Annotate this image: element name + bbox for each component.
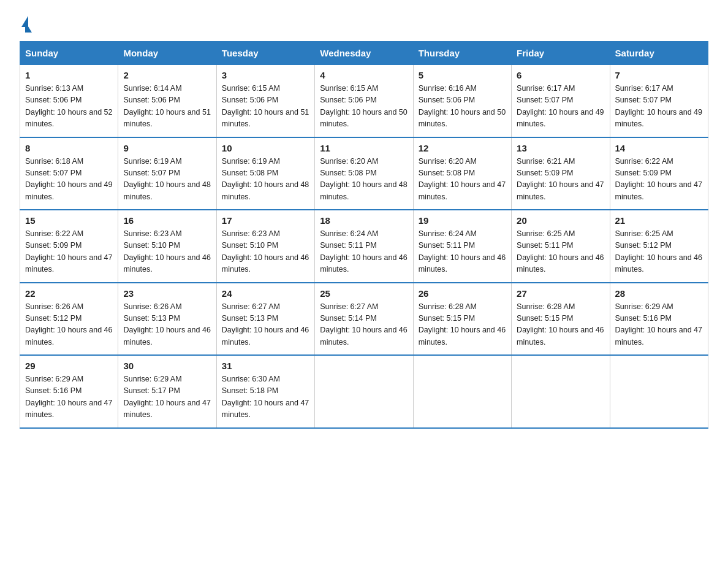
calendar-cell: 28 Sunrise: 6:29 AM Sunset: 5:16 PM Dayl… xyxy=(610,283,708,356)
calendar-cell: 7 Sunrise: 6:17 AM Sunset: 5:07 PM Dayli… xyxy=(610,65,708,137)
calendar-cell: 13 Sunrise: 6:21 AM Sunset: 5:09 PM Dayl… xyxy=(512,137,610,210)
day-info: Sunrise: 6:15 AM Sunset: 5:06 PM Dayligh… xyxy=(222,83,309,131)
calendar-cell: 1 Sunrise: 6:13 AM Sunset: 5:06 PM Dayli… xyxy=(20,65,118,137)
weekday-header-friday: Friday xyxy=(512,42,610,65)
calendar-week-row: 22 Sunrise: 6:26 AM Sunset: 5:12 PM Dayl… xyxy=(20,283,708,356)
calendar-cell: 14 Sunrise: 6:22 AM Sunset: 5:09 PM Dayl… xyxy=(610,137,708,210)
day-number: 6 xyxy=(517,70,604,80)
day-info: Sunrise: 6:26 AM Sunset: 5:12 PM Dayligh… xyxy=(25,301,113,349)
day-info: Sunrise: 6:27 AM Sunset: 5:13 PM Dayligh… xyxy=(222,301,309,349)
day-number: 15 xyxy=(25,215,113,226)
day-number: 22 xyxy=(25,288,113,299)
logo xyxy=(20,15,32,31)
calendar-cell: 16 Sunrise: 6:23 AM Sunset: 5:10 PM Dayl… xyxy=(118,210,216,283)
day-info: Sunrise: 6:29 AM Sunset: 5:16 PM Dayligh… xyxy=(25,373,113,421)
weekday-header-thursday: Thursday xyxy=(413,42,511,65)
day-number: 11 xyxy=(320,143,408,153)
day-info: Sunrise: 6:29 AM Sunset: 5:16 PM Dayligh… xyxy=(615,301,703,349)
calendar-cell: 30 Sunrise: 6:29 AM Sunset: 5:17 PM Dayl… xyxy=(118,355,216,428)
calendar-cell xyxy=(413,355,511,428)
day-info: Sunrise: 6:24 AM Sunset: 5:11 PM Dayligh… xyxy=(320,228,408,276)
weekday-header-saturday: Saturday xyxy=(610,42,708,65)
day-info: Sunrise: 6:23 AM Sunset: 5:10 PM Dayligh… xyxy=(123,228,211,276)
day-info: Sunrise: 6:17 AM Sunset: 5:07 PM Dayligh… xyxy=(615,83,703,131)
day-info: Sunrise: 6:17 AM Sunset: 5:07 PM Dayligh… xyxy=(517,83,604,131)
calendar-cell: 31 Sunrise: 6:30 AM Sunset: 5:18 PM Dayl… xyxy=(216,355,314,428)
calendar-cell: 17 Sunrise: 6:23 AM Sunset: 5:10 PM Dayl… xyxy=(216,210,314,283)
calendar-cell: 20 Sunrise: 6:25 AM Sunset: 5:11 PM Dayl… xyxy=(512,210,610,283)
calendar-cell: 26 Sunrise: 6:28 AM Sunset: 5:15 PM Dayl… xyxy=(413,283,511,356)
day-info: Sunrise: 6:28 AM Sunset: 5:15 PM Dayligh… xyxy=(419,301,506,349)
calendar-cell: 19 Sunrise: 6:24 AM Sunset: 5:11 PM Dayl… xyxy=(413,210,511,283)
day-info: Sunrise: 6:22 AM Sunset: 5:09 PM Dayligh… xyxy=(25,228,113,276)
day-number: 2 xyxy=(123,70,211,80)
calendar-cell: 9 Sunrise: 6:19 AM Sunset: 5:07 PM Dayli… xyxy=(118,137,216,210)
day-info: Sunrise: 6:16 AM Sunset: 5:06 PM Dayligh… xyxy=(419,83,506,131)
day-number: 7 xyxy=(615,70,703,80)
day-info: Sunrise: 6:28 AM Sunset: 5:15 PM Dayligh… xyxy=(517,301,604,349)
day-number: 28 xyxy=(615,288,703,299)
day-number: 27 xyxy=(517,288,604,299)
day-info: Sunrise: 6:29 AM Sunset: 5:17 PM Dayligh… xyxy=(123,373,211,421)
calendar-cell xyxy=(315,355,413,428)
day-number: 12 xyxy=(419,143,506,153)
day-number: 5 xyxy=(419,70,506,80)
day-number: 16 xyxy=(123,215,211,226)
day-info: Sunrise: 6:24 AM Sunset: 5:11 PM Dayligh… xyxy=(419,228,506,276)
calendar-week-row: 29 Sunrise: 6:29 AM Sunset: 5:16 PM Dayl… xyxy=(20,355,708,428)
day-number: 20 xyxy=(517,215,604,226)
day-info: Sunrise: 6:20 AM Sunset: 5:08 PM Dayligh… xyxy=(419,156,506,204)
day-number: 10 xyxy=(222,143,309,153)
day-number: 23 xyxy=(123,288,211,299)
day-info: Sunrise: 6:25 AM Sunset: 5:11 PM Dayligh… xyxy=(517,228,604,276)
day-number: 30 xyxy=(123,361,211,371)
weekday-header-wednesday: Wednesday xyxy=(315,42,413,65)
day-number: 31 xyxy=(222,361,309,371)
day-number: 4 xyxy=(320,70,408,80)
day-info: Sunrise: 6:13 AM Sunset: 5:06 PM Dayligh… xyxy=(25,83,113,131)
calendar-cell: 21 Sunrise: 6:25 AM Sunset: 5:12 PM Dayl… xyxy=(610,210,708,283)
day-number: 13 xyxy=(517,143,604,153)
day-info: Sunrise: 6:21 AM Sunset: 5:09 PM Dayligh… xyxy=(517,156,604,204)
day-number: 21 xyxy=(615,215,703,226)
weekday-header-tuesday: Tuesday xyxy=(216,42,314,65)
calendar-cell: 4 Sunrise: 6:15 AM Sunset: 5:06 PM Dayli… xyxy=(315,65,413,137)
day-info: Sunrise: 6:30 AM Sunset: 5:18 PM Dayligh… xyxy=(222,373,309,421)
day-info: Sunrise: 6:18 AM Sunset: 5:07 PM Dayligh… xyxy=(25,156,113,204)
calendar-cell: 18 Sunrise: 6:24 AM Sunset: 5:11 PM Dayl… xyxy=(315,210,413,283)
day-info: Sunrise: 6:27 AM Sunset: 5:14 PM Dayligh… xyxy=(320,301,408,349)
calendar-cell: 24 Sunrise: 6:27 AM Sunset: 5:13 PM Dayl… xyxy=(216,283,314,356)
day-info: Sunrise: 6:15 AM Sunset: 5:06 PM Dayligh… xyxy=(320,83,408,131)
calendar-cell: 29 Sunrise: 6:29 AM Sunset: 5:16 PM Dayl… xyxy=(20,355,118,428)
calendar-cell: 25 Sunrise: 6:27 AM Sunset: 5:14 PM Dayl… xyxy=(315,283,413,356)
calendar-cell: 15 Sunrise: 6:22 AM Sunset: 5:09 PM Dayl… xyxy=(20,210,118,283)
page-header xyxy=(20,15,708,31)
calendar-cell: 23 Sunrise: 6:26 AM Sunset: 5:13 PM Dayl… xyxy=(118,283,216,356)
day-info: Sunrise: 6:14 AM Sunset: 5:06 PM Dayligh… xyxy=(123,83,211,131)
day-info: Sunrise: 6:23 AM Sunset: 5:10 PM Dayligh… xyxy=(222,228,309,276)
calendar-week-row: 15 Sunrise: 6:22 AM Sunset: 5:09 PM Dayl… xyxy=(20,210,708,283)
calendar-cell xyxy=(610,355,708,428)
calendar-cell: 22 Sunrise: 6:26 AM Sunset: 5:12 PM Dayl… xyxy=(20,283,118,356)
day-number: 14 xyxy=(615,143,703,153)
day-number: 24 xyxy=(222,288,309,299)
calendar-week-row: 8 Sunrise: 6:18 AM Sunset: 5:07 PM Dayli… xyxy=(20,137,708,210)
calendar-table: SundayMondayTuesdayWednesdayThursdayFrid… xyxy=(20,41,708,429)
calendar-cell: 2 Sunrise: 6:14 AM Sunset: 5:06 PM Dayli… xyxy=(118,65,216,137)
day-number: 1 xyxy=(25,70,113,80)
day-number: 8 xyxy=(25,143,113,153)
calendar-cell xyxy=(512,355,610,428)
day-number: 18 xyxy=(320,215,408,226)
day-info: Sunrise: 6:20 AM Sunset: 5:08 PM Dayligh… xyxy=(320,156,408,204)
day-info: Sunrise: 6:25 AM Sunset: 5:12 PM Dayligh… xyxy=(615,228,703,276)
day-number: 25 xyxy=(320,288,408,299)
calendar-cell: 8 Sunrise: 6:18 AM Sunset: 5:07 PM Dayli… xyxy=(20,137,118,210)
calendar-cell: 27 Sunrise: 6:28 AM Sunset: 5:15 PM Dayl… xyxy=(512,283,610,356)
day-number: 19 xyxy=(419,215,506,226)
day-number: 9 xyxy=(123,143,211,153)
calendar-cell: 5 Sunrise: 6:16 AM Sunset: 5:06 PM Dayli… xyxy=(413,65,511,137)
day-number: 26 xyxy=(419,288,506,299)
calendar-cell: 6 Sunrise: 6:17 AM Sunset: 5:07 PM Dayli… xyxy=(512,65,610,137)
day-number: 3 xyxy=(222,70,309,80)
calendar-cell: 3 Sunrise: 6:15 AM Sunset: 5:06 PM Dayli… xyxy=(216,65,314,137)
